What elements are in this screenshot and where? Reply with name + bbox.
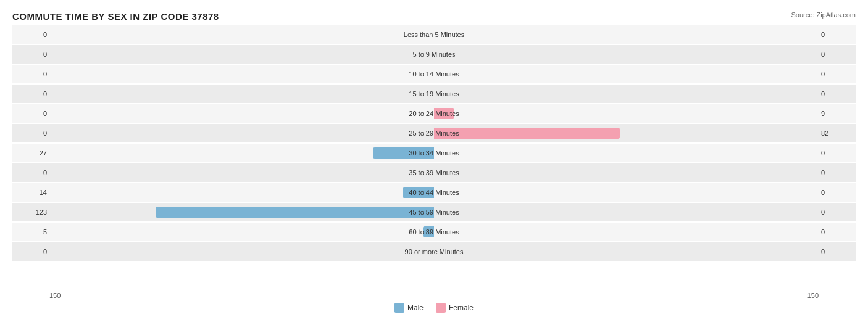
source-label: Source: ZipAtlas.com <box>791 11 856 19</box>
row-label: 90 or more Minutes <box>405 248 464 255</box>
chart-row: 0 5 to 9 Minutes 0 <box>12 45 856 64</box>
male-value-label: 0 <box>12 31 49 38</box>
bars-wrapper: Less than 5 Minutes <box>49 25 819 44</box>
chart-row: 5 60 to 89 Minutes 0 <box>12 223 856 241</box>
female-color-box <box>436 303 446 313</box>
female-value-label: 0 <box>819 31 856 38</box>
female-legend-label: Female <box>449 303 474 312</box>
legend-female: Female <box>436 303 474 313</box>
axis-left: 150 <box>49 292 61 299</box>
chart-title: COMMUTE TIME BY SEX IN ZIP CODE 37878 <box>12 11 856 22</box>
female-value-label: 0 <box>819 248 856 255</box>
male-value-label: 123 <box>12 208 49 216</box>
male-value-label: 0 <box>12 248 49 255</box>
female-value-label: 0 <box>819 149 856 157</box>
male-value-label: 0 <box>12 70 49 78</box>
bars-wrapper: 35 to 39 Minutes <box>49 163 819 182</box>
male-value-label: 0 <box>12 90 49 97</box>
row-label: 10 to 14 Minutes <box>409 70 459 78</box>
bars-wrapper: 15 to 19 Minutes <box>49 85 819 103</box>
female-value-label: 0 <box>819 70 856 78</box>
chart-row: 0 10 to 14 Minutes 0 <box>12 65 856 83</box>
male-value-label: 0 <box>12 51 49 58</box>
female-bar <box>434 108 454 119</box>
chart-row: 0 20 to 24 Minutes 9 <box>12 104 856 123</box>
male-bar <box>423 226 434 237</box>
bars-wrapper: 30 to 34 Minutes <box>49 144 819 162</box>
row-label: 35 to 39 Minutes <box>409 169 459 176</box>
bars-wrapper: 25 to 29 Minutes <box>49 124 819 142</box>
male-legend-label: Male <box>407 303 424 312</box>
female-value-label: 0 <box>819 51 856 58</box>
female-value-label: 0 <box>819 90 856 97</box>
bars-wrapper: 5 to 9 Minutes <box>49 45 819 64</box>
male-value-label: 0 <box>12 110 49 117</box>
row-label: 15 to 19 Minutes <box>409 90 459 97</box>
male-value-label: 14 <box>12 189 49 196</box>
male-value-label: 0 <box>12 130 49 137</box>
chart-row: 0 90 or more Minutes 0 <box>12 242 856 261</box>
axis-right: 150 <box>807 292 819 299</box>
row-label: 5 to 9 Minutes <box>412 51 455 58</box>
male-value-label: 0 <box>12 169 49 176</box>
bars-wrapper: 20 to 24 Minutes <box>49 104 819 123</box>
chart-row: 0 15 to 19 Minutes 0 <box>12 85 856 103</box>
female-value-label: 0 <box>819 189 856 196</box>
male-bar <box>373 147 434 159</box>
chart-row: 0 35 to 39 Minutes 0 <box>12 163 856 182</box>
chart-area: 0 Less than 5 Minutes 0 0 5 to 9 Minutes… <box>12 25 856 291</box>
row-label: Less than 5 Minutes <box>404 31 464 38</box>
female-value-label: 9 <box>819 110 856 117</box>
female-value-label: 82 <box>819 130 856 137</box>
chart-row: 27 30 to 34 Minutes 0 <box>12 144 856 162</box>
bars-wrapper: 10 to 14 Minutes <box>49 65 819 83</box>
bars-wrapper: 60 to 89 Minutes <box>49 223 819 241</box>
legend: Male Female <box>12 303 856 313</box>
male-bar <box>403 187 434 198</box>
row-label: 60 to 89 Minutes <box>409 228 459 236</box>
female-bar <box>434 128 620 139</box>
male-color-box <box>394 303 404 313</box>
male-value-label: 27 <box>12 149 49 157</box>
axis-labels: 150 150 <box>12 292 856 299</box>
chart-row: 0 25 to 29 Minutes 82 <box>12 124 856 142</box>
chart-row: 0 Less than 5 Minutes 0 <box>12 25 856 44</box>
chart-row: 123 45 to 59 Minutes 0 <box>12 203 856 221</box>
female-value-label: 0 <box>819 208 856 216</box>
male-value-label: 5 <box>12 228 49 236</box>
bars-wrapper: 90 or more Minutes <box>49 242 819 261</box>
male-bar <box>156 207 434 218</box>
chart-container: COMMUTE TIME BY SEX IN ZIP CODE 37878 So… <box>0 0 868 322</box>
female-value-label: 0 <box>819 169 856 176</box>
bars-wrapper: 45 to 59 Minutes <box>49 203 819 221</box>
legend-male: Male <box>394 303 424 313</box>
bars-wrapper: 40 to 44 Minutes <box>49 183 819 202</box>
female-value-label: 0 <box>819 228 856 236</box>
chart-row: 14 40 to 44 Minutes 0 <box>12 183 856 202</box>
